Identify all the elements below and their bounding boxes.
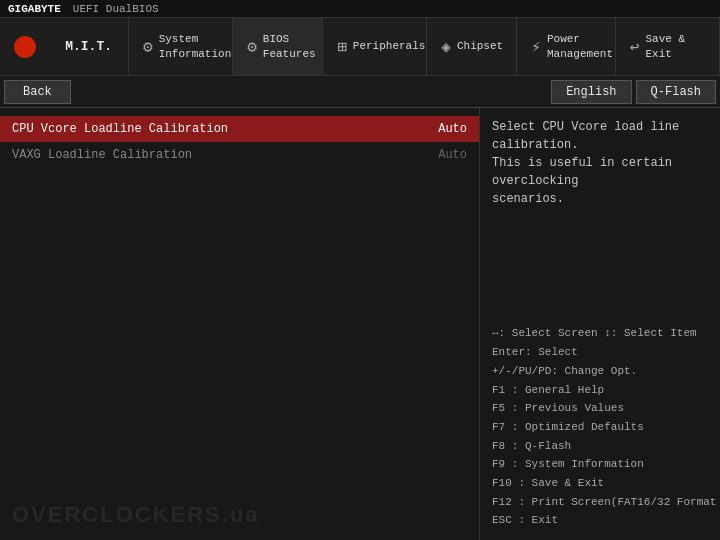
key-f9: F9 : System Information xyxy=(492,455,720,474)
power-management-line2: Management xyxy=(547,47,613,61)
bios-features-line1: BIOS xyxy=(263,32,316,46)
menu-row-cpu-vcore[interactable]: CPU Vcore Loadline Calibration Auto xyxy=(0,116,479,142)
menu-row-vaxg[interactable]: VAXG Loadline Calibration Auto xyxy=(0,142,479,168)
description-text: Select CPU Vcore load line calibration. … xyxy=(492,118,720,208)
nav-item-chipset[interactable]: ◈ Chipset xyxy=(427,18,517,75)
chipset-text: Chipset xyxy=(457,39,503,53)
nav-logo xyxy=(0,18,49,75)
peripherals-text: Peripherals xyxy=(353,39,426,53)
system-information-line1: System xyxy=(159,32,232,46)
nav-item-bios-features[interactable]: ⚙ BIOS Features xyxy=(233,18,323,75)
save-exit-text: Save & Exit xyxy=(646,32,706,61)
vaxg-value: Auto xyxy=(438,148,467,162)
key-esc: ESC : Exit xyxy=(492,511,720,530)
cpu-vcore-label: CPU Vcore Loadline Calibration xyxy=(12,122,438,136)
secondbar: Back English Q-Flash xyxy=(0,76,720,108)
key-f7: F7 : Optimized Defaults xyxy=(492,418,720,437)
save-exit-line1: Save & Exit xyxy=(646,32,706,61)
left-panel: CPU Vcore Loadline Calibration Auto VAXG… xyxy=(0,108,480,540)
chipset-line1: Chipset xyxy=(457,39,503,53)
right-panel: Select CPU Vcore load line calibration. … xyxy=(480,108,720,540)
back-button[interactable]: Back xyxy=(4,80,71,104)
peripherals-icon: ⊞ xyxy=(337,37,347,57)
vaxg-label: VAXG Loadline Calibration xyxy=(12,148,438,162)
bios-features-text: BIOS Features xyxy=(263,32,316,61)
qflash-button[interactable]: Q-Flash xyxy=(636,80,716,104)
key-change-opt: +/-/PU/PD: Change Opt. xyxy=(492,362,720,381)
nav-item-save-exit[interactable]: ↩ Save & Exit xyxy=(616,18,720,75)
topbar: GIGABYTE UEFI DualBIOS xyxy=(0,0,720,18)
system-information-text: System Information xyxy=(159,32,232,61)
mit-label: M.I.T. xyxy=(65,39,112,54)
brand-label: GIGABYTE xyxy=(8,3,61,15)
logo-dot xyxy=(14,36,36,58)
chipset-icon: ◈ xyxy=(441,37,451,57)
power-management-icon: ⚡ xyxy=(531,37,541,57)
keybindings: ↔: Select Screen ↕: Select Item Enter: S… xyxy=(492,324,720,530)
nav-item-peripherals[interactable]: ⊞ Peripherals xyxy=(323,18,427,75)
nav-item-system-information[interactable]: ⚙ System Information xyxy=(129,18,233,75)
key-f8: F8 : Q-Flash xyxy=(492,437,720,456)
bios-features-icon: ⚙ xyxy=(247,37,257,57)
save-exit-icon: ↩ xyxy=(630,37,640,57)
bios-features-line2: Features xyxy=(263,47,316,61)
language-button[interactable]: English xyxy=(551,80,631,104)
system-information-icon: ⚙ xyxy=(143,37,153,57)
power-management-text: Power Management xyxy=(547,32,613,61)
key-enter: Enter: Select xyxy=(492,343,720,362)
dualbios-label: UEFI DualBIOS xyxy=(73,3,159,15)
key-select-screen: ↔: Select Screen ↕: Select Item xyxy=(492,324,720,343)
cpu-vcore-value: Auto xyxy=(438,122,467,136)
key-f5: F5 : Previous Values xyxy=(492,399,720,418)
main-content: CPU Vcore Loadline Calibration Auto VAXG… xyxy=(0,108,720,540)
nav-mit[interactable]: M.I.T. xyxy=(49,18,129,75)
system-information-line2: Information xyxy=(159,47,232,61)
key-f10: F10 : Save & Exit xyxy=(492,474,720,493)
peripherals-line1: Peripherals xyxy=(353,39,426,53)
navbar: M.I.T. ⚙ System Information ⚙ BIOS Featu… xyxy=(0,18,720,76)
power-management-line1: Power xyxy=(547,32,613,46)
nav-item-power-management[interactable]: ⚡ Power Management xyxy=(517,18,616,75)
key-f1: F1 : General Help xyxy=(492,381,720,400)
key-f12: F12 : Print Screen(FAT16/32 Format Only) xyxy=(492,493,720,512)
